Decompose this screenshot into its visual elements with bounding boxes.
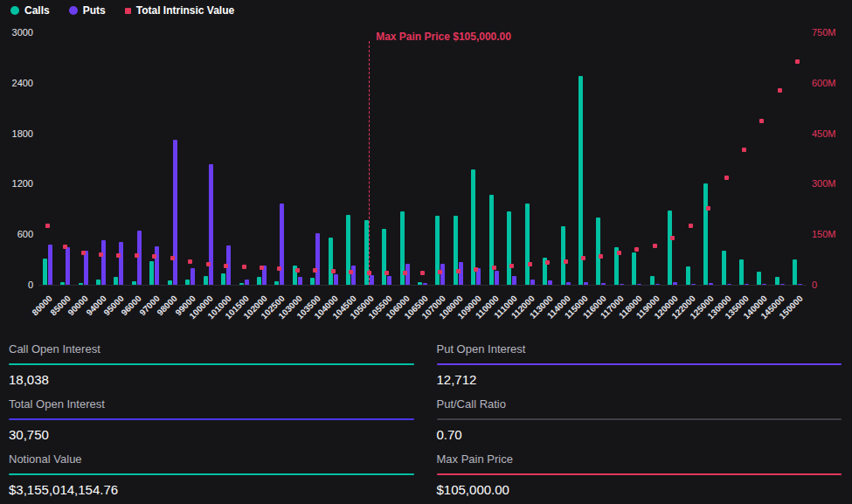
intrinsic-value-dot [528, 262, 532, 266]
intrinsic-value-dot [242, 265, 246, 269]
legend-item-total-intrinsic-value[interactable]: Total Intrinsic Value [125, 4, 234, 17]
stat-put-open-interest: Put Open Interest 12,712 [437, 339, 842, 394]
call-bar [793, 259, 797, 285]
call-bar [454, 216, 458, 285]
put-bar [245, 280, 249, 285]
put-bar [209, 164, 213, 285]
intrinsic-value-dot [331, 269, 336, 273]
put-bar [370, 275, 374, 285]
intrinsic-value-dot [599, 254, 603, 259]
intrinsic-value-dot [617, 251, 621, 255]
put-bar [48, 245, 52, 285]
stat-max-pain-price: Max Pain Price $105,000.00 [437, 449, 842, 504]
intrinsic-value-dot [742, 148, 746, 152]
open-interest-chart: Calls Puts Total Intrinsic Value 0600120… [0, 0, 852, 334]
intrinsic-value-dot [63, 245, 67, 249]
put-bar [155, 246, 159, 285]
put-bar [780, 284, 785, 285]
legend-item-calls[interactable]: Calls [10, 4, 50, 17]
call-bar [274, 281, 279, 285]
intrinsic-value-dot [99, 252, 103, 257]
put-bar [727, 284, 731, 285]
stat-divider [9, 418, 414, 420]
legend-item-puts[interactable]: Puts [69, 4, 106, 17]
intrinsic-value-dot [206, 262, 211, 266]
axis-tick-label: 300M [812, 178, 850, 190]
intrinsic-value-dot [778, 88, 782, 93]
intrinsic-value-dot [474, 267, 478, 272]
stats-panel: Call Open Interest 18,038 Put Open Inter… [0, 334, 852, 504]
stat-value: $3,155,014,154.76 [9, 482, 414, 497]
axis-tick-label: 600M [812, 78, 850, 89]
stat-value: $105,000.00 [437, 482, 842, 497]
intrinsic-value-dot [420, 271, 425, 275]
stat-value: 30,750 [9, 427, 414, 442]
call-bar [578, 76, 583, 285]
chart-legend: Calls Puts Total Intrinsic Value [10, 4, 234, 17]
call-bar [489, 195, 494, 285]
put-bar [530, 280, 535, 285]
call-bar [114, 277, 118, 285]
axis-tick-label: 150M [812, 229, 850, 240]
intrinsic-value-dot [670, 236, 675, 240]
intrinsic-value-dot [260, 266, 264, 270]
intrinsic-value-dot [795, 59, 800, 64]
intrinsic-value-dot [564, 259, 568, 264]
stat-label: Notional Value [9, 452, 414, 466]
legend-label-puts: Puts [83, 4, 106, 17]
put-bar [566, 282, 571, 285]
stat-divider [437, 418, 842, 420]
axis-tick-label: 0 [0, 280, 33, 291]
put-bar [423, 283, 427, 285]
put-bar [745, 284, 749, 285]
call-bar [561, 226, 565, 285]
stat-label: Put/Call Ratio [437, 397, 842, 411]
put-bar [673, 282, 677, 285]
put-bar [119, 242, 123, 285]
call-bar [739, 259, 744, 285]
intrinsic-value-dot [152, 254, 156, 259]
legend-label-intrinsic: Total Intrinsic Value [136, 4, 234, 17]
axis-tick-label: 450M [812, 128, 850, 140]
stat-notional-value: Notional Value $3,155,014,154.76 [9, 449, 414, 504]
call-bar [329, 238, 333, 285]
call-bar [239, 283, 244, 285]
stat-put-call-ratio: Put/Call Ratio 0.70 [437, 394, 842, 449]
stat-divider [437, 363, 842, 365]
call-bar [204, 276, 208, 285]
intrinsic-value-dot [438, 270, 442, 274]
put-bar [190, 268, 195, 285]
put-bar [584, 282, 588, 285]
call-bar [435, 216, 440, 285]
put-bar [762, 284, 766, 285]
intrinsic-value-dot [45, 224, 50, 228]
axis-tick-label: 2400 [0, 78, 33, 89]
call-bar [668, 211, 672, 285]
stat-divider [437, 473, 842, 475]
put-bar [709, 283, 713, 285]
call-bar [132, 281, 136, 285]
stat-divider [9, 473, 414, 475]
put-bar [601, 283, 606, 285]
call-bar [221, 273, 225, 285]
stat-label: Total Open Interest [9, 397, 414, 411]
put-bar [798, 284, 802, 285]
put-bar [315, 233, 320, 285]
intrinsic-value-dot [313, 268, 317, 273]
call-bar [257, 277, 261, 285]
intrinsic-value-dot [724, 176, 729, 180]
put-bar [512, 276, 516, 285]
intrinsic-value-dot [545, 260, 550, 265]
put-bar [387, 276, 391, 285]
call-bar [418, 282, 422, 285]
intrinsic-value-dot [581, 256, 585, 260]
calls-marker-icon [10, 6, 19, 15]
call-bar [757, 272, 761, 285]
call-bar [43, 259, 47, 285]
put-bar [351, 266, 356, 285]
max-pain-dashboard: { "legend": { "items": [ { "label": "Cal… [0, 0, 852, 504]
stat-label: Put Open Interest [437, 342, 842, 356]
put-bar [280, 204, 284, 285]
call-bar [686, 266, 690, 285]
intrinsic-value-dot [456, 269, 461, 273]
